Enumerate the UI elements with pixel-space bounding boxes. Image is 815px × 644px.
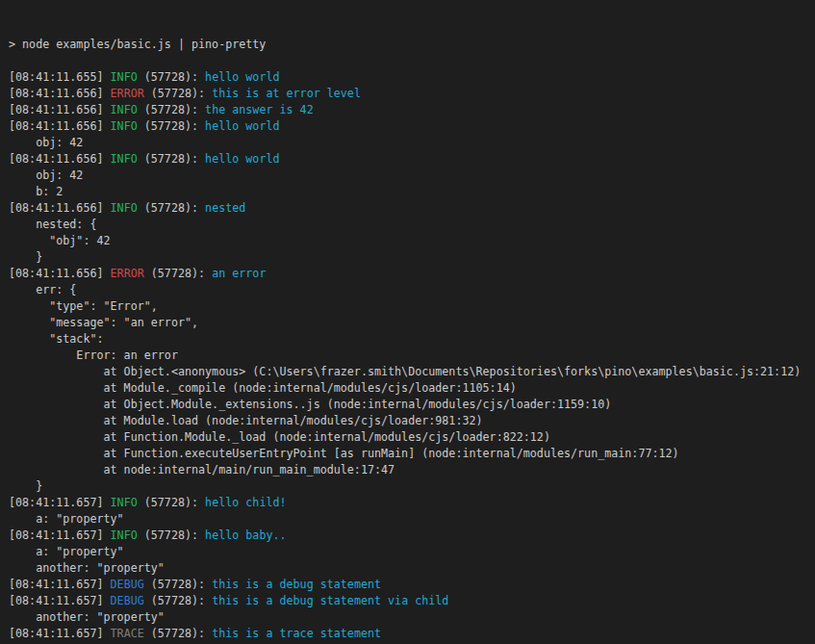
log-property: obj: 42 [9, 136, 83, 149]
log-message: the answer is 42 [205, 103, 314, 116]
stack-line: at Object.<anonymous> (C:\Users\frazer.s… [9, 365, 801, 378]
timestamp: [08:41:11.656] [9, 119, 111, 133]
process-id: (57728): [138, 201, 205, 215]
terminal-line: [08:41:11.656] INFO (57728): hello world [9, 151, 815, 167]
process-id: (57728): [144, 267, 212, 280]
log-property: another: "property" [9, 561, 165, 575]
terminal-line: "stack": [9, 331, 815, 348]
terminal-line: another: "property" [9, 560, 815, 577]
terminal-line: [08:41:11.657] INFO (57728): hello baby.… [9, 528, 815, 544]
process-id: (57728): [138, 70, 205, 84]
terminal-line: at node:internal/main/run_main_module:17… [9, 462, 815, 478]
log-level: ERROR [111, 267, 144, 280]
timestamp: [08:41:11.657] [9, 627, 111, 640]
log-message: an error [212, 267, 266, 280]
log-message: this is at error level [212, 87, 361, 100]
log-level: ERROR [111, 87, 144, 100]
terminal-line: obj: 42 [9, 135, 815, 151]
timestamp: [08:41:11.656] [9, 87, 111, 100]
timestamp: [08:41:11.657] [9, 578, 111, 591]
log-level: INFO [111, 528, 138, 542]
terminal[interactable]: > node examples/basic.js | pino-pretty[0… [0, 0, 815, 644]
timestamp: [08:41:11.657] [9, 496, 111, 509]
terminal-line: } [9, 249, 815, 266]
process-id: (57728): [138, 152, 205, 166]
log-message: hello world [205, 70, 279, 84]
terminal-line: [08:41:11.657] DEBUG (57728): this is a … [9, 593, 815, 609]
terminal-line: "message": "an error", [9, 315, 815, 331]
terminal-line: a: "property" [9, 511, 815, 528]
log-property: another: "property" [9, 610, 165, 624]
log-property: "stack": [9, 332, 104, 346]
log-message: this is a debug statement [212, 578, 381, 591]
terminal-line: [08:41:11.657] TRACE (57728): this is a … [9, 626, 815, 642]
timestamp: [08:41:11.656] [9, 201, 111, 215]
stack-line: at Module._compile (node:internal/module… [9, 381, 517, 395]
timestamp: [08:41:11.656] [9, 152, 111, 166]
log-property: } [9, 479, 42, 493]
terminal-line: another: "property" [9, 609, 815, 626]
command: > node examples/basic.js | pino-pretty [9, 38, 266, 51]
terminal-line: at Function.executeUserEntryPoint [as ru… [9, 446, 815, 462]
log-property: obj: 42 [9, 168, 83, 182]
terminal-line: nested: { [9, 217, 815, 233]
terminal-line: [08:41:11.655] INFO (57728): hello world [9, 69, 815, 86]
process-id: (57728): [138, 119, 205, 133]
log-property: "type": "Error", [9, 299, 158, 313]
log-message: this is a debug statement via child [212, 594, 448, 607]
terminal-line: Error: an error [9, 348, 815, 364]
log-property: "message": "an error", [9, 316, 198, 329]
terminal-line: b: 2 [9, 184, 815, 200]
log-level: INFO [111, 70, 138, 84]
process-id: (57728): [138, 496, 205, 509]
terminal-line: "obj": 42 [9, 233, 815, 249]
terminal-line: [08:41:11.657] INFO (57728): hello child… [9, 495, 815, 511]
process-id: (57728): [144, 87, 212, 100]
stack-line: at Function.Module._load (node:internal/… [9, 430, 550, 444]
terminal-line: at Module._compile (node:internal/module… [9, 380, 815, 397]
log-level: INFO [111, 152, 138, 166]
log-property: } [9, 250, 42, 264]
log-level: INFO [111, 496, 138, 509]
terminal-line: a: "property" [9, 544, 815, 560]
timestamp: [08:41:11.656] [9, 267, 111, 280]
process-id: (57728): [138, 528, 205, 542]
log-level: INFO [111, 103, 138, 116]
log-property: nested: { [9, 218, 96, 231]
log-level: TRACE [111, 627, 144, 640]
log-level: DEBUG [111, 594, 144, 607]
terminal-line: [08:41:11.656] ERROR (57728): this is at… [9, 86, 815, 102]
timestamp: [08:41:11.656] [9, 103, 111, 116]
terminal-line: obj: 42 [9, 167, 815, 184]
process-id: (57728): [144, 578, 212, 591]
timestamp: [08:41:11.657] [9, 594, 111, 607]
terminal-line: "type": "Error", [9, 298, 815, 315]
terminal-line: [08:41:11.656] ERROR (57728): an error [9, 266, 815, 282]
terminal-line: at Module.load (node:internal/modules/cj… [9, 413, 815, 429]
stack-line: at Module.load (node:internal/modules/cj… [9, 414, 483, 427]
log-property: "obj": 42 [9, 234, 111, 247]
log-property: a: "property" [9, 512, 124, 526]
terminal-line: > node examples/basic.js | pino-pretty [9, 37, 815, 53]
terminal-line: [08:41:11.656] INFO (57728): hello world [9, 118, 815, 135]
log-message: hello baby.. [205, 528, 286, 542]
terminal-line: err: { [9, 282, 815, 298]
process-id: (57728): [144, 594, 212, 607]
terminal-line: [08:41:11.656] INFO (57728): nested [9, 200, 815, 217]
stack-line: Error: an error [9, 348, 178, 362]
timestamp: [08:41:11.655] [9, 70, 111, 84]
terminal-line: at Object.Module._extensions..js (node:i… [9, 397, 815, 413]
timestamp: [08:41:11.657] [9, 528, 111, 542]
log-message: hello child! [205, 496, 286, 509]
terminal-output: > node examples/basic.js | pino-pretty[0… [9, 37, 815, 644]
log-message: nested [205, 201, 245, 215]
stack-line: at Object.Module._extensions..js (node:i… [9, 398, 611, 411]
stack-line: at node:internal/main/run_main_module:17… [9, 463, 395, 477]
log-message: hello world [205, 152, 279, 166]
stack-line: at Function.executeUserEntryPoint [as ru… [9, 447, 679, 460]
log-level: DEBUG [111, 578, 144, 591]
process-id: (57728): [138, 103, 205, 116]
terminal-line: [08:41:11.656] INFO (57728): the answer … [9, 102, 815, 118]
log-property: a: "property" [9, 545, 124, 558]
process-id: (57728): [144, 627, 212, 640]
